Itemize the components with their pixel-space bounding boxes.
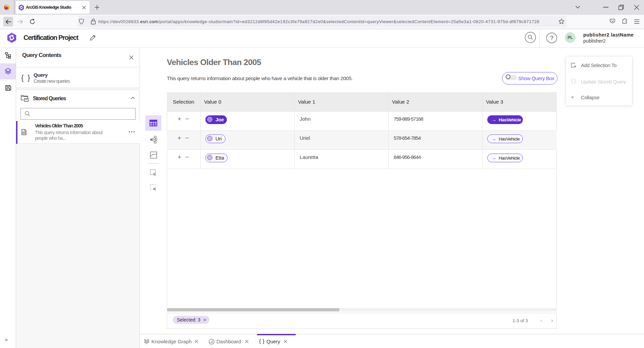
svg-text:?: ? <box>550 35 553 41</box>
